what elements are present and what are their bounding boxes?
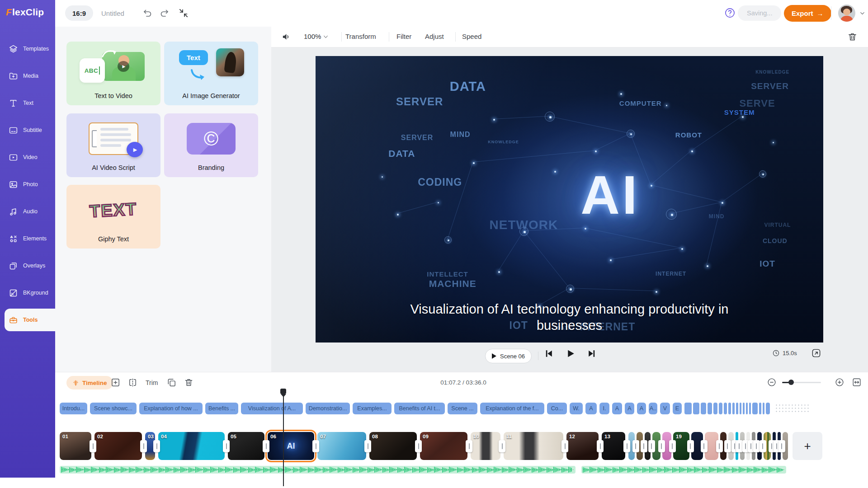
subtitle-chip[interactable] [743,403,745,414]
fit-timeline-icon[interactable] [852,377,862,387]
preview-zoom-select[interactable]: 100% [304,33,329,40]
subtitle-chip[interactable] [749,403,751,414]
transition-handle[interactable] [140,440,147,452]
flexclip-logo[interactable]: FlexClip [6,7,44,18]
timeline-clip-10[interactable]: 10 [471,432,500,460]
transition-handle[interactable] [669,440,676,452]
help-icon[interactable] [724,7,736,19]
subtitle-chip[interactable]: A.. [649,403,657,414]
timeline-clip-01[interactable]: 01 [60,432,91,460]
timeline-zoom-thumb[interactable] [788,380,794,385]
timeline-clip-13[interactable]: 13 [602,432,625,460]
transition-handle[interactable] [415,440,422,452]
subtitle-chip[interactable]: Benefits ... [205,403,238,414]
export-button[interactable]: Export → [784,5,831,22]
sidebar-item-overlays[interactable]: Overlays [0,252,55,279]
sidebar-item-elements[interactable]: Elements [0,225,55,252]
redo-icon[interactable] [159,8,170,19]
trim-button[interactable]: Trim [146,379,158,386]
undo-icon[interactable] [142,8,153,19]
subtitle-chip[interactable]: I. [599,403,609,414]
transition-handle[interactable] [623,440,630,452]
account-chevron-down-icon[interactable] [859,10,866,17]
subtitle-chip[interactable]: E [673,403,682,414]
delete-icon[interactable] [184,377,194,388]
tool-card-branding[interactable]: ©Branding [164,113,258,177]
tool-card-ai-video-script[interactable]: ▶AI Video Script [66,113,160,177]
menu-transform[interactable]: Transform [345,33,376,40]
subtitle-chip[interactable]: W. [570,403,583,414]
sidebar-item-subtitle[interactable]: Subtitle [0,117,55,144]
tool-card-giphy-text[interactable]: TEXTGiphy Text [66,185,160,249]
transition-handle[interactable] [701,440,708,452]
play-icon[interactable] [565,348,576,359]
transition-handle[interactable] [736,440,743,452]
previous-scene-icon[interactable] [543,348,554,359]
transition-handle[interactable] [687,440,694,452]
subtitle-chip[interactable]: A [585,403,597,414]
duplicate-icon[interactable] [166,377,177,388]
transition-handle[interactable] [597,440,604,452]
subtitle-chip[interactable]: Visualization of A... [241,403,303,414]
transition-handle[interactable] [641,440,647,452]
subtitle-chip[interactable] [713,403,717,414]
sidebar-item-audio[interactable]: Audio [0,198,55,225]
transition-handle[interactable] [90,440,96,452]
transition-handle[interactable] [263,440,269,452]
sidebar-item-text[interactable]: Text [0,89,55,117]
audio-segment[interactable] [60,466,576,474]
subtitle-chip[interactable] [746,403,748,414]
transition-handle[interactable] [658,440,665,452]
add-icon[interactable] [110,377,121,388]
subtitle-chip[interactable] [684,403,692,414]
subtitle-chip[interactable] [740,403,741,414]
timeline-clip-08[interactable]: 08 [369,432,417,460]
delete-scene-icon[interactable] [847,32,858,42]
subtitle-chip[interactable] [752,403,758,414]
video-canvas[interactable]: SERVERDATACOMPUTERKNOWLEDGESERVERSERVESY… [316,56,823,343]
subtitle-chip[interactable] [763,403,764,414]
transition-handle[interactable] [364,440,371,452]
subtitle-chip[interactable]: V [660,403,670,414]
transition-handle[interactable] [223,440,230,452]
transition-handle[interactable] [760,440,766,452]
scene-indicator-button[interactable]: Scene 06 [485,349,532,363]
transition-handle[interactable] [753,440,760,452]
timeline-clip-11[interactable]: 11 [504,432,563,460]
subtitle-chip[interactable] [708,403,712,414]
subtitle-chip[interactable]: A [625,403,634,414]
playhead-line[interactable] [283,396,284,486]
aspect-ratio-button[interactable]: 16:9 [65,5,93,21]
subtitle-chip[interactable]: A [612,403,622,414]
volume-icon[interactable] [281,32,292,42]
sidebar-item-video[interactable]: Video [0,144,55,171]
audio-segment[interactable] [581,466,786,474]
timeline-tab[interactable]: Timeline [66,376,113,389]
add-scene-button[interactable]: + [793,432,822,460]
menu-filter[interactable]: Filter [396,33,411,40]
subtitle-chip[interactable] [719,403,722,414]
sidebar-item-templates[interactable]: Templates [0,35,55,62]
subtitle-chip[interactable]: Benefits of AI t... [394,403,445,414]
zoom-out-icon[interactable] [767,377,777,387]
transition-handle[interactable] [153,440,160,452]
transition-handle[interactable] [499,440,505,452]
menu-speed[interactable]: Speed [462,33,481,40]
subtitle-chip[interactable]: Scene showc... [90,403,137,414]
timeline-clip-09[interactable]: 09 [420,432,467,460]
transition-handle[interactable] [632,440,639,452]
playhead-handle[interactable] [280,389,286,394]
subtitle-caption[interactable]: Visualization of AI technology enhancing… [382,301,757,333]
transition-handle[interactable] [312,440,319,452]
transition-handle[interactable] [778,440,785,452]
transition-handle[interactable] [724,440,731,452]
transition-handle[interactable] [648,440,655,452]
split-icon[interactable] [127,377,138,388]
subtitle-chip[interactable]: A [637,403,646,414]
sidebar-item-tools[interactable]: Tools [5,309,55,331]
project-title[interactable]: Untitled [101,9,124,17]
shrink-view-icon[interactable] [178,8,189,19]
subtitle-chip[interactable] [759,403,761,414]
tool-card-text-to-video[interactable]: ▶ABCText to Video [66,42,160,105]
subtitle-chip[interactable]: Scene ... [448,403,477,414]
